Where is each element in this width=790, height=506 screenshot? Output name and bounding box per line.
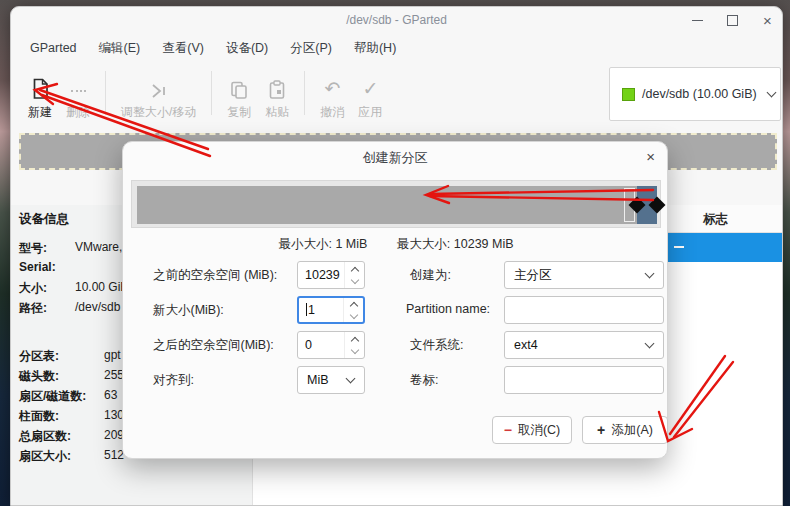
device-selector-label: /dev/sdb (10.00 GiB) xyxy=(642,87,757,101)
new-partition-button[interactable]: 新建 xyxy=(21,69,59,121)
spin-up-icon xyxy=(350,336,358,344)
menu-edit[interactable]: 编辑(E) xyxy=(88,36,152,61)
toolbar-separator xyxy=(304,71,305,115)
partition-size-preview xyxy=(131,180,661,228)
spin-up-icon xyxy=(349,301,357,309)
chevron-down-icon xyxy=(766,87,776,97)
window-controls: × xyxy=(691,7,774,33)
before-space-label: 之前的空余空间 (MiB): xyxy=(153,267,277,284)
undo-button[interactable]: ↶ 撤消 xyxy=(313,69,351,121)
volume-label-label: 卷标: xyxy=(410,372,438,389)
max-size-label: 最大大小: 10239 MiB xyxy=(397,237,514,251)
create-as-label: 创建为: xyxy=(410,267,451,284)
row-dash xyxy=(674,246,684,248)
copy-button[interactable]: 复制 xyxy=(220,69,258,121)
chevron-down-icon xyxy=(645,338,655,348)
partition-name-label: Partition name: xyxy=(406,302,490,316)
toolbar: 新建 删除 调整大小/移动 复制 xyxy=(11,63,782,127)
device-selector[interactable]: /dev/sdb (10.00 GiB) xyxy=(609,67,781,121)
dialog-title: 创建新分区 xyxy=(363,149,428,167)
new-size-spinner[interactable]: 1 xyxy=(297,296,365,324)
filesystem-dropdown[interactable]: ext4 xyxy=(504,331,664,359)
toolbar-separator xyxy=(211,71,212,115)
add-button[interactable]: + 添加(A) xyxy=(582,416,668,444)
paste-button[interactable]: 粘贴 xyxy=(258,69,296,121)
size-limits: 最小大小: 1 MiB 最大大小: 10239 MiB xyxy=(123,236,669,253)
close-icon[interactable]: × xyxy=(761,14,774,27)
spin-down-icon xyxy=(349,310,357,318)
chevron-down-icon xyxy=(645,268,655,278)
toolbar-separator xyxy=(105,71,106,115)
resize-move-button[interactable]: 调整大小/移动 xyxy=(114,69,203,121)
after-space-spinner[interactable]: 0 xyxy=(297,331,365,359)
menubar: GParted 编辑(E) 查看(V) 设备(D) 分区(P) 帮助(H) xyxy=(11,33,782,63)
plus-icon: + xyxy=(597,422,605,438)
menu-gparted[interactable]: GParted xyxy=(19,37,88,59)
min-size-label: 最小大小: 1 MiB xyxy=(278,237,367,251)
free-space-region xyxy=(137,186,657,224)
flags-column-header[interactable]: 标志 xyxy=(703,211,728,228)
spin-up-icon xyxy=(350,266,358,274)
text-caret xyxy=(306,303,307,316)
spin-down-icon xyxy=(350,345,358,353)
dialog-close-icon[interactable]: × xyxy=(646,148,655,165)
apply-button[interactable]: ✓ 应用 xyxy=(351,69,389,121)
filesystem-label: 文件系统: xyxy=(410,337,463,354)
partition-name-input[interactable] xyxy=(504,296,664,324)
paste-icon xyxy=(268,76,286,100)
cancel-button[interactable]: − 取消(C) xyxy=(492,416,572,444)
spin-down-icon xyxy=(350,275,358,283)
before-space-spinner[interactable]: 10239 xyxy=(297,261,365,289)
delete-icon xyxy=(71,76,86,100)
resize-move-icon xyxy=(149,76,169,100)
device-color-icon xyxy=(622,88,635,101)
new-size-label: 新大小(MiB): xyxy=(153,302,224,319)
menu-help[interactable]: 帮助(H) xyxy=(343,36,407,61)
dialog-titlebar[interactable]: 创建新分区 × xyxy=(123,142,667,174)
minus-icon: − xyxy=(504,422,512,438)
create-as-dropdown[interactable]: 主分区 xyxy=(504,261,664,289)
new-document-icon xyxy=(31,76,50,100)
align-dropdown[interactable]: MiB xyxy=(297,366,365,394)
apply-icon: ✓ xyxy=(362,76,378,100)
menu-partition[interactable]: 分区(P) xyxy=(279,36,343,61)
titlebar[interactable]: /dev/sdb - GParted × xyxy=(11,7,782,33)
delete-partition-button[interactable]: 删除 xyxy=(59,69,97,121)
undo-icon: ↶ xyxy=(324,76,340,100)
align-label: 对齐到: xyxy=(153,372,194,389)
maximize-icon[interactable] xyxy=(726,14,739,27)
chevron-down-icon xyxy=(346,373,356,383)
copy-icon xyxy=(229,76,249,100)
create-partition-dialog: 创建新分区 × 最小大小: 1 MiB 最大大小: 10239 MiB 之前的空… xyxy=(122,141,668,459)
menu-device[interactable]: 设备(D) xyxy=(215,36,279,61)
menu-view[interactable]: 查看(V) xyxy=(151,36,215,61)
minimize-icon[interactable] xyxy=(691,14,704,27)
window-title: /dev/sdb - GParted xyxy=(346,13,447,27)
after-space-label: 之后的空余空间(MiB): xyxy=(153,337,274,354)
volume-label-input[interactable] xyxy=(504,366,664,394)
desktop: /dev/sdb - GParted × GParted 编辑(E) 查看(V)… xyxy=(0,0,790,506)
